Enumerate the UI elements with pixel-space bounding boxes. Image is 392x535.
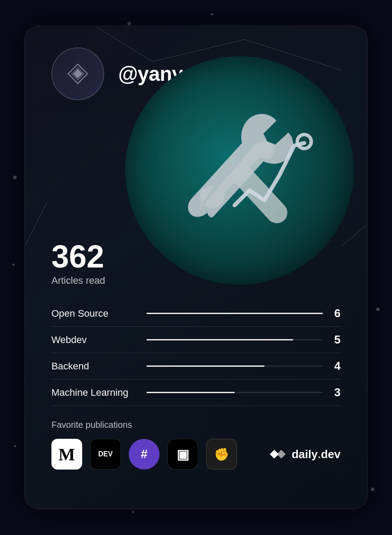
category-count: 3 <box>330 386 341 399</box>
category-bar <box>146 313 323 314</box>
daily-dev-logo: daily.dev <box>270 448 341 461</box>
publications-section: Favorite publications MDEV#▣✊ daily.dev <box>51 420 341 470</box>
daily-dev-chevron-icon <box>270 448 288 460</box>
pub-icon-dev-to[interactable]: DEV <box>90 439 121 470</box>
pub-icon-medium[interactable]: M <box>51 439 82 470</box>
tools-icon <box>165 96 314 245</box>
stats-section: 362 Articles read Open Source 6 Webdev 5… <box>51 241 341 470</box>
profile-card: @yanyan829 362 Articles read Open Source… <box>25 26 367 509</box>
category-bar <box>146 339 323 340</box>
category-count: 6 <box>330 307 341 320</box>
publications-row: MDEV#▣✊ daily.dev <box>51 439 341 470</box>
category-row: Backend 4 <box>51 353 341 380</box>
category-row: Machine Learning 3 <box>51 380 341 406</box>
articles-label: Articles read <box>51 275 341 286</box>
categories-list: Open Source 6 Webdev 5 Backend 4 Machine… <box>51 300 341 406</box>
pub-icon-hackernoon[interactable]: ✊ <box>206 439 237 470</box>
category-bar <box>146 365 323 367</box>
category-name: Webdev <box>51 334 139 346</box>
daily-dev-text: daily.dev <box>292 448 341 461</box>
category-bar <box>146 392 323 393</box>
category-name: Open Source <box>51 308 139 319</box>
category-row: Webdev 5 <box>51 327 341 353</box>
category-name: Machine Learning <box>51 387 139 398</box>
category-row: Open Source 6 <box>51 300 341 327</box>
pub-icon-hashnode[interactable]: # <box>129 439 160 470</box>
publications-label: Favorite publications <box>51 420 341 430</box>
articles-count: 362 <box>51 241 341 272</box>
avatar-icon <box>66 62 89 85</box>
category-count: 4 <box>330 359 341 373</box>
svg-line-3 <box>25 202 47 246</box>
avatar <box>51 47 104 100</box>
category-name: Backend <box>51 361 139 372</box>
pub-icon-logseq[interactable]: ▣ <box>167 439 198 470</box>
category-count: 5 <box>330 333 341 347</box>
